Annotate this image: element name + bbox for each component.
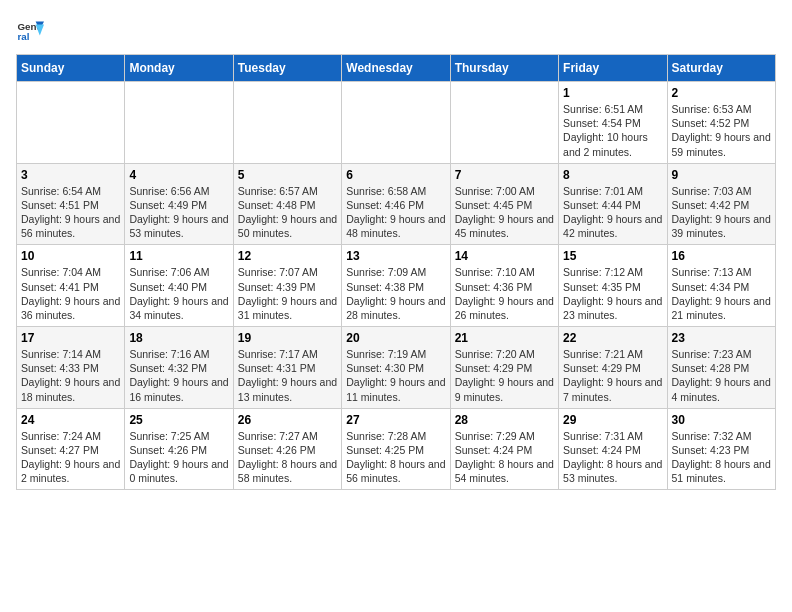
calendar-week-3: 10Sunrise: 7:04 AM Sunset: 4:41 PM Dayli… bbox=[17, 245, 776, 327]
column-header-saturday: Saturday bbox=[667, 55, 775, 82]
calendar-cell: 28Sunrise: 7:29 AM Sunset: 4:24 PM Dayli… bbox=[450, 408, 558, 490]
day-number: 24 bbox=[21, 413, 120, 427]
day-number: 16 bbox=[672, 249, 771, 263]
day-info: Sunrise: 7:00 AM Sunset: 4:45 PM Dayligh… bbox=[455, 184, 554, 241]
day-info: Sunrise: 6:51 AM Sunset: 4:54 PM Dayligh… bbox=[563, 102, 662, 159]
day-number: 2 bbox=[672, 86, 771, 100]
column-header-friday: Friday bbox=[559, 55, 667, 82]
day-number: 20 bbox=[346, 331, 445, 345]
day-info: Sunrise: 7:23 AM Sunset: 4:28 PM Dayligh… bbox=[672, 347, 771, 404]
calendar-cell bbox=[17, 82, 125, 164]
calendar-week-2: 3Sunrise: 6:54 AM Sunset: 4:51 PM Daylig… bbox=[17, 163, 776, 245]
calendar-cell: 12Sunrise: 7:07 AM Sunset: 4:39 PM Dayli… bbox=[233, 245, 341, 327]
day-info: Sunrise: 7:25 AM Sunset: 4:26 PM Dayligh… bbox=[129, 429, 228, 486]
day-info: Sunrise: 7:14 AM Sunset: 4:33 PM Dayligh… bbox=[21, 347, 120, 404]
calendar-cell: 2Sunrise: 6:53 AM Sunset: 4:52 PM Daylig… bbox=[667, 82, 775, 164]
page-header: Gene ral bbox=[16, 16, 776, 44]
calendar-cell: 5Sunrise: 6:57 AM Sunset: 4:48 PM Daylig… bbox=[233, 163, 341, 245]
day-number: 19 bbox=[238, 331, 337, 345]
day-info: Sunrise: 7:17 AM Sunset: 4:31 PM Dayligh… bbox=[238, 347, 337, 404]
day-number: 27 bbox=[346, 413, 445, 427]
day-number: 10 bbox=[21, 249, 120, 263]
logo-icon: Gene ral bbox=[16, 16, 44, 44]
calendar-cell: 14Sunrise: 7:10 AM Sunset: 4:36 PM Dayli… bbox=[450, 245, 558, 327]
calendar-cell: 8Sunrise: 7:01 AM Sunset: 4:44 PM Daylig… bbox=[559, 163, 667, 245]
calendar-cell: 9Sunrise: 7:03 AM Sunset: 4:42 PM Daylig… bbox=[667, 163, 775, 245]
day-info: Sunrise: 7:19 AM Sunset: 4:30 PM Dayligh… bbox=[346, 347, 445, 404]
day-info: Sunrise: 6:56 AM Sunset: 4:49 PM Dayligh… bbox=[129, 184, 228, 241]
day-info: Sunrise: 7:28 AM Sunset: 4:25 PM Dayligh… bbox=[346, 429, 445, 486]
day-info: Sunrise: 7:07 AM Sunset: 4:39 PM Dayligh… bbox=[238, 265, 337, 322]
calendar-cell bbox=[125, 82, 233, 164]
day-number: 23 bbox=[672, 331, 771, 345]
column-header-wednesday: Wednesday bbox=[342, 55, 450, 82]
calendar-cell: 30Sunrise: 7:32 AM Sunset: 4:23 PM Dayli… bbox=[667, 408, 775, 490]
day-number: 8 bbox=[563, 168, 662, 182]
calendar-cell: 10Sunrise: 7:04 AM Sunset: 4:41 PM Dayli… bbox=[17, 245, 125, 327]
calendar-cell bbox=[233, 82, 341, 164]
calendar-cell: 15Sunrise: 7:12 AM Sunset: 4:35 PM Dayli… bbox=[559, 245, 667, 327]
day-number: 18 bbox=[129, 331, 228, 345]
calendar-cell: 11Sunrise: 7:06 AM Sunset: 4:40 PM Dayli… bbox=[125, 245, 233, 327]
day-info: Sunrise: 7:10 AM Sunset: 4:36 PM Dayligh… bbox=[455, 265, 554, 322]
day-info: Sunrise: 7:13 AM Sunset: 4:34 PM Dayligh… bbox=[672, 265, 771, 322]
day-number: 13 bbox=[346, 249, 445, 263]
day-info: Sunrise: 7:06 AM Sunset: 4:40 PM Dayligh… bbox=[129, 265, 228, 322]
logo: Gene ral bbox=[16, 16, 48, 44]
calendar-cell bbox=[450, 82, 558, 164]
day-number: 21 bbox=[455, 331, 554, 345]
column-header-tuesday: Tuesday bbox=[233, 55, 341, 82]
calendar-cell: 25Sunrise: 7:25 AM Sunset: 4:26 PM Dayli… bbox=[125, 408, 233, 490]
day-info: Sunrise: 7:01 AM Sunset: 4:44 PM Dayligh… bbox=[563, 184, 662, 241]
day-info: Sunrise: 6:57 AM Sunset: 4:48 PM Dayligh… bbox=[238, 184, 337, 241]
day-number: 11 bbox=[129, 249, 228, 263]
calendar-cell: 13Sunrise: 7:09 AM Sunset: 4:38 PM Dayli… bbox=[342, 245, 450, 327]
day-number: 1 bbox=[563, 86, 662, 100]
day-number: 12 bbox=[238, 249, 337, 263]
day-number: 25 bbox=[129, 413, 228, 427]
day-number: 9 bbox=[672, 168, 771, 182]
day-info: Sunrise: 6:53 AM Sunset: 4:52 PM Dayligh… bbox=[672, 102, 771, 159]
calendar-cell: 19Sunrise: 7:17 AM Sunset: 4:31 PM Dayli… bbox=[233, 327, 341, 409]
calendar-week-4: 17Sunrise: 7:14 AM Sunset: 4:33 PM Dayli… bbox=[17, 327, 776, 409]
day-number: 14 bbox=[455, 249, 554, 263]
day-number: 5 bbox=[238, 168, 337, 182]
day-number: 3 bbox=[21, 168, 120, 182]
day-info: Sunrise: 7:31 AM Sunset: 4:24 PM Dayligh… bbox=[563, 429, 662, 486]
day-info: Sunrise: 7:16 AM Sunset: 4:32 PM Dayligh… bbox=[129, 347, 228, 404]
calendar-cell: 29Sunrise: 7:31 AM Sunset: 4:24 PM Dayli… bbox=[559, 408, 667, 490]
calendar-cell: 26Sunrise: 7:27 AM Sunset: 4:26 PM Dayli… bbox=[233, 408, 341, 490]
day-info: Sunrise: 7:29 AM Sunset: 4:24 PM Dayligh… bbox=[455, 429, 554, 486]
day-info: Sunrise: 7:09 AM Sunset: 4:38 PM Dayligh… bbox=[346, 265, 445, 322]
day-info: Sunrise: 6:58 AM Sunset: 4:46 PM Dayligh… bbox=[346, 184, 445, 241]
day-info: Sunrise: 7:21 AM Sunset: 4:29 PM Dayligh… bbox=[563, 347, 662, 404]
day-info: Sunrise: 7:04 AM Sunset: 4:41 PM Dayligh… bbox=[21, 265, 120, 322]
calendar-cell: 7Sunrise: 7:00 AM Sunset: 4:45 PM Daylig… bbox=[450, 163, 558, 245]
day-info: Sunrise: 7:24 AM Sunset: 4:27 PM Dayligh… bbox=[21, 429, 120, 486]
day-number: 29 bbox=[563, 413, 662, 427]
day-info: Sunrise: 6:54 AM Sunset: 4:51 PM Dayligh… bbox=[21, 184, 120, 241]
calendar-cell: 4Sunrise: 6:56 AM Sunset: 4:49 PM Daylig… bbox=[125, 163, 233, 245]
calendar-cell: 23Sunrise: 7:23 AM Sunset: 4:28 PM Dayli… bbox=[667, 327, 775, 409]
calendar-cell: 6Sunrise: 6:58 AM Sunset: 4:46 PM Daylig… bbox=[342, 163, 450, 245]
day-number: 6 bbox=[346, 168, 445, 182]
svg-text:ral: ral bbox=[17, 31, 29, 42]
calendar-cell: 3Sunrise: 6:54 AM Sunset: 4:51 PM Daylig… bbox=[17, 163, 125, 245]
column-header-thursday: Thursday bbox=[450, 55, 558, 82]
calendar-cell: 22Sunrise: 7:21 AM Sunset: 4:29 PM Dayli… bbox=[559, 327, 667, 409]
day-info: Sunrise: 7:32 AM Sunset: 4:23 PM Dayligh… bbox=[672, 429, 771, 486]
day-info: Sunrise: 7:20 AM Sunset: 4:29 PM Dayligh… bbox=[455, 347, 554, 404]
calendar-cell: 1Sunrise: 6:51 AM Sunset: 4:54 PM Daylig… bbox=[559, 82, 667, 164]
calendar-cell bbox=[342, 82, 450, 164]
day-number: 26 bbox=[238, 413, 337, 427]
day-info: Sunrise: 7:27 AM Sunset: 4:26 PM Dayligh… bbox=[238, 429, 337, 486]
day-info: Sunrise: 7:12 AM Sunset: 4:35 PM Dayligh… bbox=[563, 265, 662, 322]
day-info: Sunrise: 7:03 AM Sunset: 4:42 PM Dayligh… bbox=[672, 184, 771, 241]
calendar-week-5: 24Sunrise: 7:24 AM Sunset: 4:27 PM Dayli… bbox=[17, 408, 776, 490]
calendar-week-1: 1Sunrise: 6:51 AM Sunset: 4:54 PM Daylig… bbox=[17, 82, 776, 164]
day-number: 7 bbox=[455, 168, 554, 182]
day-number: 30 bbox=[672, 413, 771, 427]
day-number: 4 bbox=[129, 168, 228, 182]
calendar-table: SundayMondayTuesdayWednesdayThursdayFrid… bbox=[16, 54, 776, 490]
day-number: 28 bbox=[455, 413, 554, 427]
